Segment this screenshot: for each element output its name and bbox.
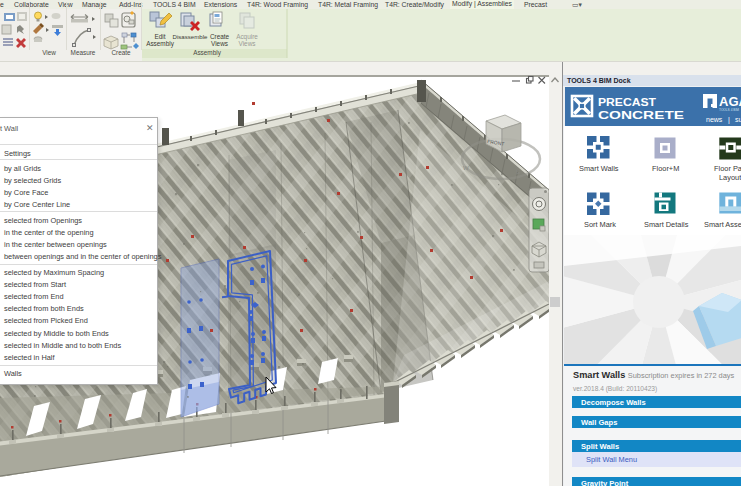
svg-text:PRECAST: PRECAST [598,96,656,108]
svg-text:W: W [463,165,469,171]
svg-text:news: news [706,116,723,123]
svg-text:AGA: AGA [719,94,741,109]
svg-text:sup: sup [735,116,741,124]
svg-text:S: S [516,169,520,175]
svg-text:CONCRETE: CONCRETE [598,109,684,121]
svg-text:|: | [728,116,730,124]
svg-text:TOOLS 4 BIM: TOOLS 4 BIM [719,108,739,112]
